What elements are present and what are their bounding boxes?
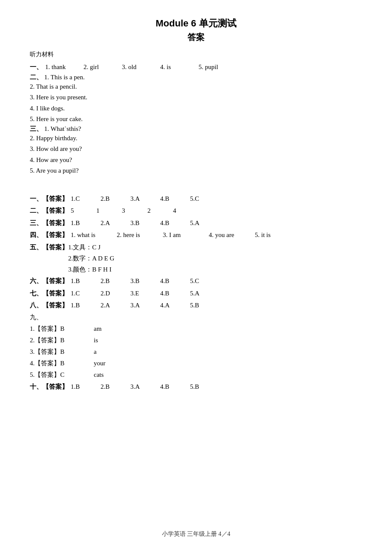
list-item: 2.B: [101, 193, 122, 205]
ans2-items: 51324: [71, 205, 190, 217]
list-item: 5. Are you a pupil?: [30, 165, 362, 176]
er-first-line: 1. This is a pen.: [44, 74, 85, 81]
list-item: 1.C: [71, 287, 92, 300]
answer-row-1: 一、【答案】 1.C2.B3.A4.B5.C: [30, 193, 362, 205]
list-item: 4.B: [160, 217, 182, 229]
list-item: 2.A: [101, 299, 122, 312]
list-item: 1: [96, 205, 113, 217]
page-title: Module 6 单元测试: [30, 17, 362, 30]
list-item: 3.颜色：B F H I: [68, 264, 114, 275]
list-item: 5.A: [190, 217, 211, 229]
list-item: 5. pupil: [199, 61, 228, 73]
list-item: 4: [173, 205, 190, 217]
list-item: 2.B: [101, 381, 122, 393]
list-item: 4.A: [160, 299, 182, 312]
list-item: 2.B: [101, 275, 122, 287]
list-item: 1.B: [71, 299, 92, 312]
list-item: 4. you are: [209, 229, 243, 241]
answer-row-5: 五、【答案】 1.文具：C J2.数字：A D E G3.颜色：B F H I: [30, 241, 362, 275]
list-item: 2. girl: [84, 61, 113, 73]
list-item: 5: [71, 205, 88, 217]
list-item: 5.B: [190, 299, 211, 312]
jiu-label: 九、: [30, 312, 362, 323]
ans3-label: 三、【答案】: [30, 217, 68, 229]
list-item: 1.B: [71, 217, 92, 229]
ans10-label: 十、【答案】: [30, 381, 68, 393]
list-item: 2. Happy birthday.: [30, 133, 362, 144]
list-item: 2. That is a pencil.: [30, 81, 362, 92]
ans4-label: 四、【答案】: [30, 229, 68, 241]
list-item: 4. is: [160, 61, 190, 73]
ans8-items: 1.B2.A3.A4.A5.B: [71, 299, 211, 312]
list-item: 5.B: [190, 381, 211, 393]
ans6-label: 六、【答案】: [30, 275, 68, 287]
answers-section: 一、【答案】 1.C2.B3.A4.B5.C 二、【答案】 51324 三、【答…: [30, 193, 362, 393]
list-item: 2.D: [101, 287, 122, 300]
ans7-items: 1.C2.D3.E4.B5.A: [71, 287, 211, 300]
listening-header: 听力材料: [30, 51, 362, 58]
answer-row-3: 三、【答案】 1.B2.A3.B4.B5.A: [30, 217, 362, 229]
list-item: 3.B: [130, 217, 152, 229]
ans2-label: 二、【答案】: [30, 205, 68, 217]
list-item: 3.A: [130, 381, 152, 393]
list-item: 5.【答案】Ccats: [30, 369, 362, 381]
ans7-label: 七、【答案】: [30, 287, 68, 300]
list-item: 5.A: [190, 287, 211, 300]
list-item: 3. Here is you present.: [30, 92, 362, 103]
list-item: 4.B: [160, 193, 182, 205]
list-item: 3. How old are you?: [30, 144, 362, 155]
san-lines: 2. Happy birthday.3. How old are you?4. …: [30, 133, 362, 176]
answer-row-6: 六、【答案】 1.B2.B3.B4.B5.C: [30, 275, 362, 287]
ans10-items: 1.B2.B3.A4.B5.B: [71, 381, 211, 393]
ans5-items: 1.文具：C J2.数字：A D E G3.颜色：B F H I: [68, 241, 114, 275]
list-item: 4.B: [160, 275, 182, 287]
list-item: 3.B: [130, 275, 152, 287]
page-footer: 小学英语 三年级上册 4／4: [0, 530, 392, 538]
list-item: 1. what is: [71, 229, 105, 241]
list-item: 5.C: [190, 275, 211, 287]
ans3-items: 1.B2.A3.B4.B5.A: [71, 217, 211, 229]
list-item: 3.A: [130, 193, 152, 205]
list-item: 5.C: [190, 193, 211, 205]
answer-row-4: 四、【答案】 1. what is2. here is3. I am4. you…: [30, 229, 362, 241]
list-item: 1. thank: [45, 61, 75, 73]
list-item: 4. I like dogs.: [30, 103, 362, 114]
list-item: 4.【答案】Byour: [30, 358, 362, 369]
section-yi-row: 一、 1. thank2. girl3. old4. is5. pupil: [30, 61, 362, 73]
list-item: 1.C: [71, 193, 92, 205]
er-lines: 2. That is a pencil.3. Here is you prese…: [30, 81, 362, 125]
san-first-line: 1. What`sthis?: [44, 125, 81, 132]
list-item: 3: [122, 205, 139, 217]
list-item: 3. old: [122, 61, 152, 73]
list-item: 2.A: [101, 217, 122, 229]
list-item: 4.B: [160, 381, 182, 393]
list-item: 4. How are you?: [30, 155, 362, 166]
answer-row-7: 七、【答案】 1.C2.D3.E4.B5.A: [30, 287, 362, 300]
list-item: 5. Here is your cake.: [30, 114, 362, 125]
list-item: 1.B: [71, 275, 92, 287]
list-item: 3. I am: [163, 229, 197, 241]
list-item: 4.B: [160, 287, 182, 300]
list-item: 2. here is: [117, 229, 151, 241]
section-er: 二、 1. This is a pen. 2. That is a pencil…: [30, 73, 362, 125]
list-item: 3.【答案】Ba: [30, 346, 362, 358]
list-item: 5. it is: [255, 229, 289, 241]
answer-row-2: 二、【答案】 51324: [30, 205, 362, 217]
jiu-items: 1.【答案】Bam2.【答案】Bis3.【答案】Ba4.【答案】Byour5.【…: [30, 323, 362, 381]
ans8-label: 八、【答案】: [30, 299, 68, 312]
list-item: 2.数字：A D E G: [68, 253, 114, 264]
ans6-items: 1.B2.B3.B4.B5.C: [71, 275, 211, 287]
page-subtitle: 答案: [30, 32, 362, 43]
list-item: 2: [147, 205, 164, 217]
er-label: 二、: [30, 74, 43, 81]
section-san: 三、 1. What`sthis? 2. Happy birthday.3. H…: [30, 125, 362, 176]
answer-row-10: 十、【答案】 1.B2.B3.A4.B5.B: [30, 381, 362, 393]
ans1-items: 1.C2.B3.A4.B5.C: [71, 193, 211, 205]
list-item: 3.E: [130, 287, 152, 300]
yi-label: 一、: [30, 61, 43, 73]
list-item: 2.【答案】Bis: [30, 335, 362, 346]
answer-row-8: 八、【答案】 1.B2.A3.A4.A5.B: [30, 299, 362, 312]
ans5-label: 五、【答案】: [30, 241, 68, 254]
san-label: 三、: [30, 125, 43, 132]
list-item: 1.【答案】Bam: [30, 323, 362, 335]
